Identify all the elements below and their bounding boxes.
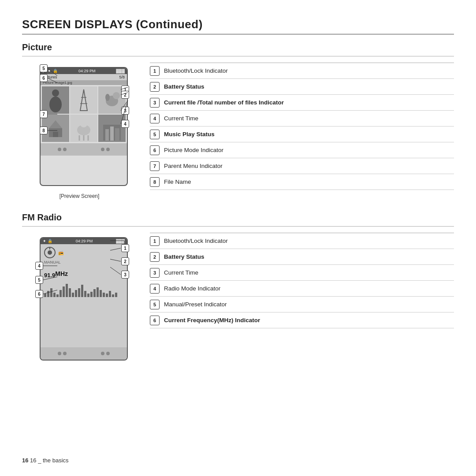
picture-indicators: 1Bluetooth/Lock Indicator2Battery Status… — [150, 63, 454, 190]
picture-device-bottom — [41, 143, 127, 156]
indicator-label: Bluetooth/Lock Indicator — [164, 67, 228, 75]
picture-indicator-row: 7Parent Menu Indicator — [150, 158, 454, 174]
indicator-num-box: 1 — [150, 236, 160, 246]
indicator-num-box: 5 — [150, 130, 160, 139]
picture-callout-5: 5 — [40, 64, 48, 72]
bar-16 — [90, 292, 93, 297]
grid-cell-6 — [98, 115, 126, 142]
bar-11 — [75, 290, 77, 297]
svg-marker-2 — [80, 89, 87, 111]
fm-device-area: ✦ 🔒 04:29 PM ▓▓▓ 📻 — [22, 233, 137, 363]
picture-content: ▶ ✦ 🔒 04:29 PM ▓▓▓ Pictures 5/8 Picture … — [22, 63, 454, 199]
svg-rect-17 — [105, 129, 109, 141]
indicator-label: Battery Status — [164, 83, 205, 91]
picture-device-area: ▶ ✦ 🔒 04:29 PM ▓▓▓ Pictures 5/8 Picture … — [22, 63, 137, 199]
picture-device-mock: ▶ ✦ 🔒 04:29 PM ▓▓▓ Pictures 5/8 Picture … — [40, 67, 128, 186]
svg-point-20 — [58, 148, 61, 151]
svg-point-22 — [101, 148, 104, 151]
fm-section-title: FM Radio — [22, 212, 454, 223]
fm-callout-2: 2 — [121, 257, 129, 265]
indicator-num-box: 3 — [150, 98, 160, 108]
fm-content: ✦ 🔒 04:29 PM ▓▓▓ 📻 — [22, 233, 454, 363]
page-container: SCREEN DISPLAYS (Continued) Picture ▶ ✦ … — [0, 0, 476, 389]
picture-callout-8: 8 — [40, 126, 48, 134]
indicator-label: Current Time — [164, 115, 198, 123]
indicator-label: Bluetooth/Lock Indicator — [164, 237, 228, 245]
svg-point-23 — [106, 148, 110, 151]
grid-cell-2 — [70, 86, 97, 114]
picture-title-bar: Pictures 5/8 — [41, 74, 127, 80]
indicator-num-box: 2 — [150, 252, 160, 262]
svg-rect-19 — [115, 128, 119, 141]
indicator-label: Current Time — [164, 269, 198, 277]
fm-header-icons: ✦ 🔒 — [43, 239, 52, 243]
bar-24 — [115, 293, 117, 297]
title-divider — [22, 34, 454, 34]
picture-indicator-row: 4Current Time — [150, 111, 454, 126]
bar-4 — [53, 293, 56, 297]
picture-grid — [41, 85, 127, 143]
footer-page-num: 16 — [22, 457, 28, 464]
bar-22 — [109, 291, 111, 297]
bar-1 — [44, 294, 46, 297]
fm-device-bottom — [41, 347, 127, 360]
picture-callout-6: 6 — [40, 74, 48, 82]
fm-indicator-row: 2Battery Status — [150, 249, 454, 265]
fm-callout-5: 5 — [35, 276, 43, 284]
fm-indicator-row: 6Current Frequency(MHz) Indicator — [150, 312, 454, 328]
fm-time: 04:29 PM — [76, 239, 93, 243]
picture-device-wrapper: ▶ ✦ 🔒 04:29 PM ▓▓▓ Pictures 5/8 Picture … — [22, 63, 137, 190]
fm-callout-6: 6 — [35, 290, 43, 298]
fm-frequency-display: 91.9MHz — [44, 265, 123, 279]
svg-point-38 — [106, 352, 110, 355]
picture-count: 5/8 — [119, 75, 125, 79]
picture-callout-4: 4 — [121, 120, 129, 128]
indicator-num-box: 5 — [150, 300, 160, 309]
fm-battery: ▓▓▓ — [116, 239, 125, 243]
fm-body: 📻 MANUAL 91.9MHz — [41, 244, 127, 301]
picture-indicator-row: 6Picture Mode Indicator — [150, 142, 454, 158]
fm-indicator-row: 3Current Time — [150, 265, 454, 281]
svg-point-6 — [113, 92, 120, 99]
picture-filename: Picture Image1.jpg — [41, 80, 127, 85]
bar-18 — [97, 287, 99, 297]
fm-indicator-row: 4Radio Mode Indicator — [150, 281, 454, 297]
grid-cell-1 — [42, 86, 69, 114]
fm-icon-separator: 📻 — [58, 250, 63, 255]
svg-point-35 — [58, 352, 61, 355]
picture-callout-2: 2 — [121, 91, 129, 99]
bar-20 — [103, 293, 105, 297]
picture-divider — [22, 56, 454, 56]
fm-manual-text: MANUAL — [44, 260, 123, 264]
fm-freq-unit: MHz — [55, 270, 68, 277]
picture-indicator-row: 2Battery Status — [150, 79, 454, 95]
fm-radio-icon — [44, 247, 56, 258]
fm-indicators: 1Bluetooth/Lock Indicator2Battery Status… — [150, 233, 454, 328]
indicator-num-box: 4 — [150, 114, 160, 123]
indicator-label: Music Play Status — [164, 130, 215, 138]
svg-point-33 — [48, 250, 52, 255]
bar-2 — [47, 291, 49, 297]
fm-indicator-row: 1Bluetooth/Lock Indicator — [150, 233, 454, 249]
bar-17 — [93, 289, 96, 297]
svg-marker-9 — [49, 120, 62, 128]
fm-divider — [22, 226, 454, 227]
lock-icon: 🔒 — [53, 69, 58, 73]
picture-indicator-row: 3Current file /Total number of files Ind… — [150, 95, 454, 111]
bar-13 — [81, 285, 83, 297]
fm-section: FM Radio ✦ 🔒 04:29 PM ▓▓▓ — [22, 212, 454, 363]
fm-freq-value: 91.9 — [44, 272, 55, 279]
bar-14 — [84, 291, 86, 297]
indicator-num-box: 4 — [150, 284, 160, 294]
bluetooth-icon: ✦ — [48, 69, 51, 73]
bar-5 — [56, 294, 59, 297]
bar-3 — [50, 288, 52, 297]
indicator-label: Battery Status — [164, 253, 205, 261]
picture-section-title: Picture — [22, 42, 454, 52]
indicator-num-box: 6 — [150, 145, 160, 155]
picture-preview-label: [Preview Screen] — [60, 193, 100, 199]
fm-indicator-row: 5Manual/Preset Indicator — [150, 297, 454, 312]
fm-callout-4: 4 — [35, 262, 43, 270]
svg-point-1 — [49, 97, 62, 112]
fm-indicator-table: 1Bluetooth/Lock Indicator2Battery Status… — [150, 233, 454, 363]
